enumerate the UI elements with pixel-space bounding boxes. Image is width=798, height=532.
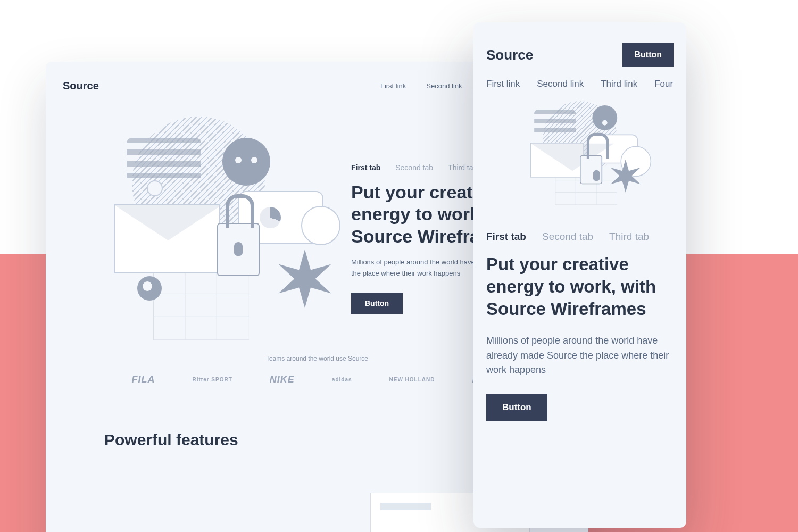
logo-adidas: adidas (332, 377, 352, 383)
hero-cta-button[interactable]: Button (351, 293, 403, 314)
hero-title: Put your creative energy to work, with S… (486, 253, 674, 321)
mobile-tabs: First tab Second tab Third tab (486, 231, 674, 243)
small-circle-icon (147, 180, 163, 196)
logo-new-holland: NEW HOLLAND (389, 377, 435, 383)
logo-ritter-sport: Ritter SPORT (192, 377, 232, 383)
grid-shape-icon (153, 271, 249, 340)
lock-icon (580, 155, 602, 185)
svg-marker-0 (279, 250, 331, 308)
tab-second[interactable]: Second tab (395, 163, 433, 172)
logo-fila: FILA (131, 374, 155, 385)
mobile-nav[interactable]: First link Second link Third link Fourth… (486, 79, 674, 89)
donut-circle-icon (137, 276, 162, 301)
nav-link-2[interactable]: Second link (426, 82, 462, 90)
header-button[interactable]: Button (622, 43, 674, 67)
nav-link-4[interactable]: Fourth link (654, 79, 674, 89)
face-circle-icon (222, 138, 270, 186)
nav-link-1[interactable]: First link (486, 79, 520, 89)
mobile-header: Source Button (486, 43, 674, 67)
nav-link-2[interactable]: Second link (537, 79, 584, 89)
stripes-shape-icon (534, 110, 576, 135)
envelope-icon (114, 204, 220, 273)
placeholder-bar (380, 503, 431, 510)
nav-link-3[interactable]: Third link (601, 79, 637, 89)
brand-logo[interactable]: Source (486, 47, 533, 63)
tab-first[interactable]: First tab (351, 163, 380, 172)
tab-first[interactable]: First tab (486, 231, 526, 243)
pie-chart-icon (260, 207, 281, 228)
starburst-icon (609, 159, 642, 192)
hero-cta-button[interactable]: Button (486, 394, 547, 421)
nav-link-1[interactable]: First link (380, 82, 406, 90)
tab-third[interactable]: Third tab (609, 231, 649, 243)
mobile-cta-wrap: Button (486, 394, 674, 421)
envelope-icon (530, 143, 584, 178)
face-circle-icon (592, 105, 617, 130)
stripes-shape-icon (127, 138, 201, 184)
brand-logo[interactable]: Source (63, 80, 99, 92)
hero-illustration (63, 117, 307, 340)
starburst-icon (276, 250, 334, 308)
logo-nike: NIKE (270, 374, 295, 385)
svg-marker-1 (611, 159, 641, 192)
tab-second[interactable]: Second tab (542, 231, 593, 243)
hero-illustration (526, 105, 634, 201)
lock-icon (217, 223, 260, 276)
mobile-preview-frame: Source Button First link Second link Thi… (473, 22, 686, 528)
hero-subtitle: Millions of people around the world have… (486, 334, 674, 378)
